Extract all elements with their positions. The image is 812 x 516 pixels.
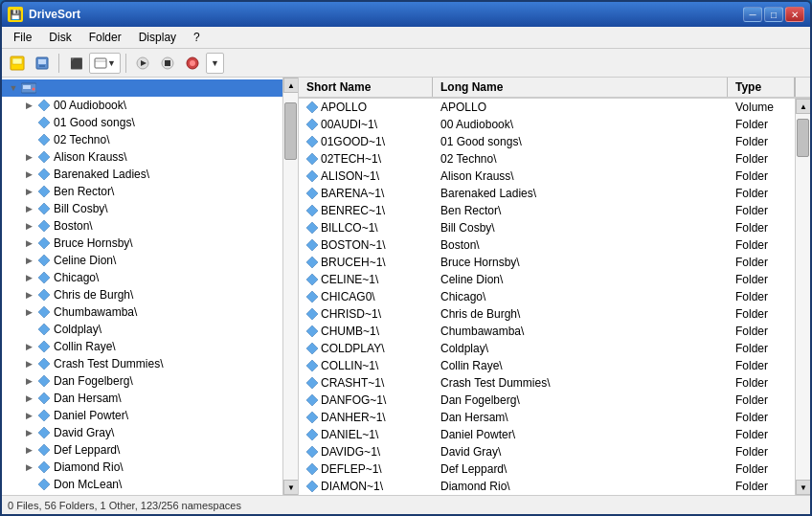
tree-expander[interactable]: ▶ (21, 218, 36, 234)
toolbar-btn-5[interactable] (156, 53, 179, 74)
tree-expander[interactable]: ▶ (21, 98, 36, 113)
tree-item[interactable]: ▶ Boston\ (2, 217, 282, 235)
tree-root[interactable]: ▼ (2, 79, 282, 97)
tree-item[interactable]: ▶ Bill Cosby\ (2, 200, 282, 217)
minimize-button[interactable]: ─ (743, 7, 762, 22)
list-row[interactable]: DAVIDG~1\ David Gray\ Folder (299, 443, 795, 460)
tree-item[interactable]: Duncan Sheik\ (2, 493, 282, 495)
tree-item[interactable]: ▶ Dan Fogelberg\ (2, 372, 282, 390)
list-row[interactable]: BILLCO~1\ Bill Cosby\ Folder (299, 219, 795, 236)
toolbar-dropdown-2[interactable]: ▼ (206, 53, 224, 74)
list-row[interactable]: DEFLEP~1\ Def Leppard\ Folder (299, 460, 795, 478)
list-row[interactable]: BRUCEH~1\ Bruce Hornsby\ Folder (299, 254, 795, 271)
tree-item[interactable]: 02 Techno\ (2, 131, 282, 148)
list-row[interactable]: COLLIN~1\ Collin Raye\ Folder (299, 357, 795, 374)
tree-expander[interactable]: ▶ (21, 253, 36, 268)
toolbar-play-btn[interactable] (131, 53, 154, 74)
column-header-type[interactable]: Type (728, 78, 795, 97)
list-body[interactable]: APOLLO APOLLO Volume 00AUDI~1\ 00 Audiob… (299, 99, 795, 495)
tree-expander[interactable]: ▶ (21, 442, 36, 458)
tree-expander[interactable]: ▶ (21, 149, 36, 165)
list-scroll-track[interactable] (796, 114, 810, 480)
menu-display[interactable]: Display (131, 29, 184, 46)
toolbar-btn-3[interactable]: ⬛ (64, 53, 87, 74)
tree-item[interactable]: ▶ Collin Raye\ (2, 338, 282, 355)
tree-expander[interactable]: ▶ (21, 373, 36, 389)
tree-expander[interactable]: ▶ (21, 460, 36, 475)
toolbar-dropdown-1[interactable]: ▼ (89, 53, 121, 74)
tree-item[interactable]: ▶ Chris de Burgh\ (2, 286, 282, 303)
list-row[interactable]: CELINE~1\ Celine Dion\ Folder (299, 271, 795, 288)
tree-pane[interactable]: ▼ ▶ 00 Audiobook\ 01 Good song (2, 78, 299, 495)
tree-item[interactable]: ▶ Alison Krauss\ (2, 148, 282, 166)
tree-item[interactable]: ▶ David Gray\ (2, 424, 282, 441)
tree-expander[interactable]: ▶ (21, 167, 36, 182)
tree-item[interactable]: ▶ Daniel Powter\ (2, 407, 282, 424)
tree-scroll-up[interactable]: ▲ (283, 78, 299, 93)
tree-item[interactable]: Coldplay\ (2, 321, 282, 338)
tree-expander[interactable]: ▶ (21, 201, 36, 216)
tree-expander[interactable]: ▶ (21, 304, 36, 320)
tree-expander[interactable] (21, 322, 36, 337)
tree-item[interactable]: ▶ Crash Test Dummies\ (2, 355, 282, 372)
list-row[interactable]: DANFOG~1\ Dan Fogelberg\ Folder (299, 392, 795, 409)
tree-expander[interactable]: ▶ (21, 356, 36, 371)
menu-file[interactable]: File (6, 29, 39, 46)
toolbar-btn-2[interactable] (31, 53, 54, 74)
tree-item[interactable]: ▶ Chumbawamba\ (2, 303, 282, 321)
tree-expander[interactable]: ▶ (21, 339, 36, 354)
list-row[interactable]: BARENA~1\ Barenaked Ladies\ Folder (299, 185, 795, 202)
tree-expander-root[interactable]: ▼ (6, 80, 21, 96)
list-row[interactable]: COLDPLAY\ Coldplay\ Folder (299, 340, 795, 357)
column-header-shortname[interactable]: Short Name (299, 78, 433, 97)
list-row[interactable]: CHUMB~1\ Chumbawamba\ Folder (299, 323, 795, 340)
list-row[interactable]: APOLLO APOLLO Volume (299, 99, 795, 116)
tree-item[interactable]: Don McLean\ (2, 476, 282, 493)
list-row[interactable]: ALISON~1\ Alison Krauss\ Folder (299, 168, 795, 185)
list-scroll-down[interactable]: ▼ (796, 480, 810, 495)
list-row[interactable]: DANHER~1\ Dan Hersam\ Folder (299, 409, 795, 426)
tree-expander[interactable] (21, 132, 36, 147)
tree-item[interactable]: ▶ 00 Audiobook\ (2, 97, 282, 114)
list-row[interactable]: BENREC~1\ Ben Rector\ Folder (299, 202, 795, 219)
menu-help[interactable]: ? (186, 29, 208, 46)
tree-item[interactable]: ▶ Barenaked Ladies\ (2, 166, 282, 183)
tree-expander[interactable]: ▶ (21, 408, 36, 423)
tree-scroll-thumb[interactable] (284, 102, 297, 160)
close-button[interactable]: ✕ (785, 7, 804, 22)
tree-expander[interactable]: ▶ (21, 270, 36, 285)
list-row[interactable]: DIAMON~1\ Diamond Rio\ Folder (299, 478, 795, 495)
tree-scroll-track[interactable] (283, 93, 298, 480)
tree-item[interactable]: ▶ Bruce Hornsby\ (2, 235, 282, 252)
maximize-button[interactable]: □ (764, 7, 783, 22)
tree-item[interactable]: ▶ Ben Rector\ (2, 183, 282, 200)
tree-item[interactable]: ▶ Celine Dion\ (2, 252, 282, 269)
toolbar-btn-6[interactable] (181, 53, 204, 74)
list-row[interactable]: DANIEL~1\ Daniel Powter\ Folder (299, 426, 795, 443)
tree-item[interactable]: ▶ Diamond Rio\ (2, 459, 282, 476)
list-row[interactable]: 00AUDI~1\ 00 Audiobook\ Folder (299, 116, 795, 133)
tree-item[interactable]: ▶ Chicago\ (2, 269, 282, 286)
list-scroll-up[interactable]: ▲ (796, 99, 810, 114)
tree-expander[interactable]: ▶ (21, 425, 36, 440)
toolbar-btn-1[interactable] (6, 53, 29, 74)
tree-scrollbar[interactable]: ▲ ▼ (282, 78, 298, 495)
list-row[interactable]: CHRISD~1\ Chris de Burgh\ Folder (299, 305, 795, 323)
tree-expander[interactable]: ▶ (21, 287, 36, 303)
tree-expander[interactable]: ▶ (21, 391, 36, 406)
list-row[interactable]: BOSTON~1\ Boston\ Folder (299, 236, 795, 254)
tree-item[interactable]: ▶ Def Leppard\ (2, 441, 282, 459)
list-row[interactable]: 01GOOD~1\ 01 Good songs\ Folder (299, 133, 795, 150)
tree-expander[interactable] (21, 494, 36, 495)
tree-item[interactable]: ▶ Dan Hersam\ (2, 390, 282, 407)
column-header-longname[interactable]: Long Name (433, 78, 728, 97)
list-row[interactable]: 02TECH~1\ 02 Techno\ Folder (299, 150, 795, 168)
tree-scroll-down[interactable]: ▼ (283, 480, 299, 495)
menu-disk[interactable]: Disk (41, 29, 79, 46)
list-scrollbar[interactable]: ▲ ▼ (795, 99, 810, 495)
tree-item[interactable]: 01 Good songs\ (2, 114, 282, 131)
tree-expander[interactable]: ▶ (21, 236, 36, 251)
menu-folder[interactable]: Folder (81, 29, 129, 46)
list-scroll-thumb[interactable] (797, 119, 809, 157)
tree-expander[interactable] (21, 477, 36, 492)
